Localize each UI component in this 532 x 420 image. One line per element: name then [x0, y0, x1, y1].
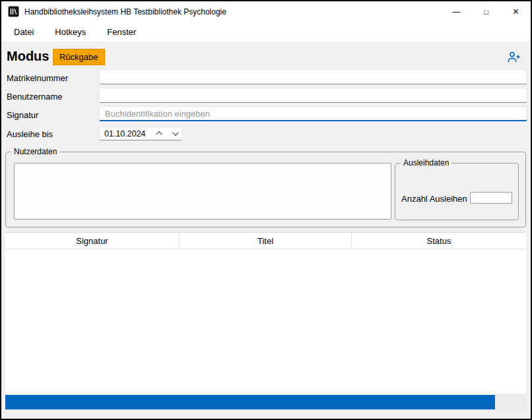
- menu-item-hotkeys[interactable]: Hotkeys: [48, 23, 93, 41]
- mode-badge-rueckgabe[interactable]: Rückgabe: [53, 49, 105, 65]
- column-header-status[interactable]: Status: [352, 233, 526, 249]
- matrikelnummer-label: Matrikelnummer: [7, 73, 68, 83]
- minimize-button[interactable]: —: [442, 1, 471, 22]
- ausleihdaten-groupbox: Ausleihdaten Anzahl Ausleihen: [395, 163, 519, 220]
- window-title: Handbibliotheksleihsystem HB Testbibliot…: [24, 7, 226, 16]
- nutzerdaten-groupbox: Nutzerdaten Ausleihdaten Anzahl Ausleihe…: [5, 152, 526, 227]
- menu-item-fenster[interactable]: Fenster: [100, 23, 143, 41]
- table-header-row: Signatur Titel Status: [5, 233, 526, 249]
- spin-up-button[interactable]: [152, 127, 167, 140]
- anzahl-ausleihen-label: Anzahl Ausleihen: [401, 194, 467, 204]
- close-icon: ×: [513, 7, 519, 17]
- titlebar: Handbibliotheksleihsystem HB Testbibliot…: [1, 1, 531, 22]
- anzahl-ausleihen-input[interactable]: [470, 192, 512, 204]
- window-controls: — □ ×: [442, 1, 531, 22]
- menu-item-datei[interactable]: Datei: [7, 23, 41, 41]
- benutzername-label: Benutzername: [7, 92, 63, 102]
- close-button[interactable]: ×: [501, 1, 531, 22]
- chevron-down-icon: [172, 129, 178, 136]
- app-icon: [8, 6, 19, 17]
- progress-fill: [5, 395, 495, 409]
- add-user-icon: [507, 51, 521, 65]
- column-header-signatur[interactable]: Signatur: [5, 233, 180, 249]
- matrikelnummer-input[interactable]: [99, 69, 527, 84]
- signatur-input[interactable]: [99, 106, 527, 121]
- menubar: Datei Hotkeys Fenster: [1, 22, 531, 42]
- progress-bar: [5, 395, 526, 409]
- add-user-button[interactable]: [506, 51, 521, 65]
- nutzerdaten-legend: Nutzerdaten: [11, 147, 59, 156]
- mode-label: Modus: [7, 49, 49, 64]
- benutzername-input[interactable]: [99, 88, 527, 103]
- minimize-icon: —: [453, 7, 461, 16]
- column-header-titel[interactable]: Titel: [180, 233, 352, 249]
- signatur-label: Signatur: [7, 110, 38, 120]
- ausleihe-bis-spinner[interactable]: 01.10.2024: [99, 127, 182, 140]
- loans-table: Signatur Titel Status: [5, 232, 526, 394]
- ausleihdaten-legend: Ausleihdaten: [401, 158, 451, 167]
- app-window: Handbibliotheksleihsystem HB Testbibliot…: [0, 0, 532, 420]
- chevron-up-icon: [156, 131, 162, 138]
- ausleihe-bis-value[interactable]: 01.10.2024: [100, 127, 152, 140]
- ausleihe-bis-label: Ausleihe bis: [7, 129, 53, 139]
- spin-down-button[interactable]: [167, 127, 182, 140]
- table-body: [5, 249, 526, 394]
- nutzerdaten-textarea[interactable]: [14, 163, 391, 220]
- maximize-icon: □: [484, 8, 488, 16]
- maximize-button[interactable]: □: [471, 1, 501, 22]
